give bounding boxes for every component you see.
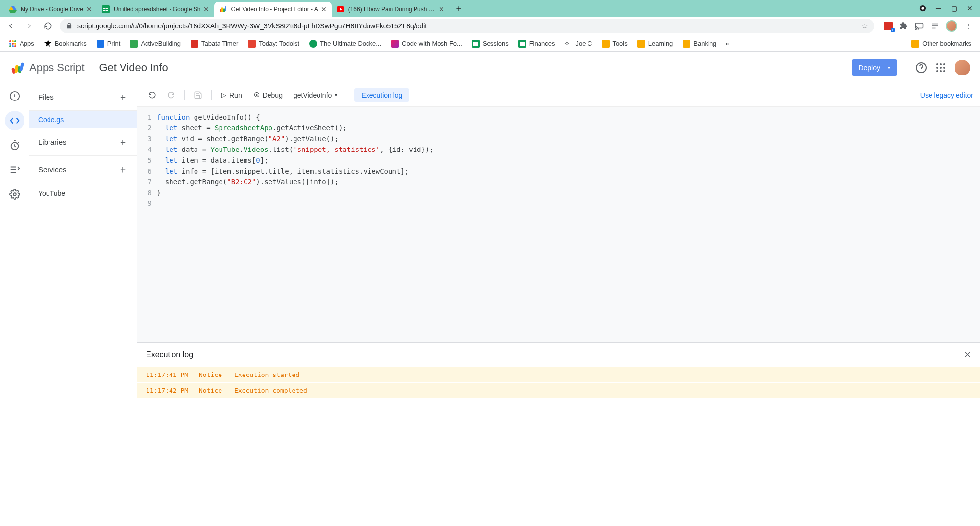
svg-point-18 [14, 43, 16, 45]
bookmark-apps[interactable]: Apps [5, 38, 38, 50]
help-icon[interactable] [915, 62, 927, 74]
log-time: 11:17:42 PM [146, 387, 190, 394]
svg-point-19 [9, 45, 11, 47]
rail-executions-icon[interactable] [9, 164, 21, 175]
rail-triggers-icon[interactable] [9, 139, 21, 151]
add-library-button[interactable]: ＋ [118, 135, 128, 149]
svg-point-39 [943, 70, 945, 72]
sheets-icon [518, 40, 526, 48]
files-panel: Files ＋ Code.gs Libraries ＋ Services ＋ Y… [29, 83, 137, 526]
star-icon[interactable]: ☆ [862, 22, 868, 30]
chrome-menu-icon[interactable]: ⋮ [963, 21, 973, 31]
bookmark-item[interactable]: Sessions [468, 38, 513, 50]
extension-icon-1[interactable]: 1 [884, 22, 893, 30]
other-bookmarks[interactable]: Other bookmarks [907, 38, 975, 50]
execution-log-title: Execution log [146, 351, 193, 359]
bookmark-label: Bookmarks [55, 40, 87, 47]
bookmark-item[interactable]: Finances [514, 38, 559, 50]
back-button[interactable] [4, 19, 18, 33]
bookmark-item[interactable]: Tools [598, 38, 631, 50]
rail-editor-icon[interactable] [9, 115, 21, 126]
log-time: 11:17:41 PM [146, 371, 190, 378]
tab-close-button[interactable]: ✕ [86, 5, 92, 13]
bookmark-label: Finances [529, 40, 555, 47]
rail-overview-icon[interactable] [9, 90, 21, 102]
log-level: Notice [199, 371, 225, 378]
line-gutter: 123456789 [137, 112, 157, 337]
tab-favicon [337, 5, 344, 13]
minimize-button[interactable]: ─ [935, 5, 942, 12]
reading-list-icon[interactable] [930, 21, 940, 31]
service-item-youtube[interactable]: YouTube [29, 183, 137, 203]
code-editor[interactable]: 123456789 function getVideoInfo() { let … [137, 107, 980, 342]
extensions-icon[interactable] [899, 21, 908, 31]
tab-title: (166) Elbow Pain During Push Up [348, 6, 436, 13]
account-avatar[interactable] [955, 60, 970, 75]
browser-tab[interactable]: Get Video Info - Project Editor - A✕ [214, 2, 331, 17]
bookmark-item[interactable]: Bookmarks [40, 38, 91, 50]
folder-icon [637, 40, 645, 48]
bookmark-item[interactable]: Print [93, 38, 124, 50]
svg-point-37 [936, 70, 938, 72]
star-icon [44, 40, 52, 48]
add-file-button[interactable]: ＋ [118, 90, 128, 103]
bookmark-label: Print [107, 40, 121, 47]
profile-avatar-small[interactable] [946, 20, 957, 32]
save-button[interactable] [190, 87, 206, 103]
rail-settings-icon[interactable] [9, 188, 21, 200]
deploy-button[interactable]: Deploy [852, 59, 897, 76]
bookmark-label: The Ultimate Docke... [320, 40, 381, 47]
svg-point-14 [12, 40, 14, 42]
bookmark-item[interactable]: Tabata Timer [187, 38, 242, 50]
redo-button[interactable] [163, 87, 179, 103]
svg-point-42 [13, 193, 16, 196]
svg-rect-11 [916, 23, 923, 28]
code-content[interactable]: function getVideoInfo() { let sheet = Sp… [157, 112, 980, 337]
add-service-button[interactable]: ＋ [118, 163, 128, 176]
execution-log-button[interactable]: Execution log [354, 88, 409, 102]
maximize-button[interactable]: ▢ [951, 5, 957, 12]
run-button[interactable]: Run [217, 88, 247, 102]
svg-point-10 [921, 7, 924, 9]
bookmark-item[interactable]: The Ultimate Docke... [305, 38, 385, 50]
toolbar-extensions: 1 ⋮ [879, 20, 976, 32]
url-text: script.google.com/u/0/home/projects/18dX… [77, 22, 427, 30]
close-window-button[interactable]: ✕ [966, 5, 973, 12]
chrome-account-icon[interactable] [919, 5, 926, 12]
bookmark-overflow[interactable]: » [722, 40, 732, 47]
tab-favicon [9, 5, 17, 13]
project-name[interactable]: Get Video Info [99, 61, 168, 74]
new-tab-button[interactable]: ＋ [449, 2, 468, 14]
tab-close-button[interactable]: ✕ [439, 5, 444, 13]
browser-tab[interactable]: (166) Elbow Pain During Push Up✕ [332, 2, 449, 17]
bookmark-item[interactable]: Banking [679, 38, 720, 50]
bookmark-favicon [191, 40, 198, 48]
svg-point-12 [916, 29, 917, 30]
undo-button[interactable] [144, 87, 161, 103]
browser-tab[interactable]: Untitled spreadsheet - Google Sh✕ [97, 2, 214, 17]
bookmark-item[interactable]: ActiveBuilding [126, 38, 185, 50]
bookmark-item[interactable]: Today: Todoist [244, 38, 303, 50]
bookmark-label: Banking [693, 40, 716, 47]
reload-button[interactable] [41, 19, 55, 33]
function-selector[interactable]: getVideoInfo ▾ [290, 88, 341, 102]
cast-icon[interactable] [914, 21, 924, 31]
bookmark-item[interactable]: Code with Mosh Fo... [387, 38, 466, 50]
file-item-code-gs[interactable]: Code.gs [29, 111, 137, 128]
tab-close-button[interactable]: ✕ [321, 5, 327, 13]
bookmark-item[interactable]: Learning [634, 38, 677, 50]
tab-favicon [219, 5, 227, 13]
forward-button[interactable] [23, 19, 36, 33]
bookmark-favicon: ✧ [564, 40, 572, 48]
google-apps-icon[interactable] [936, 63, 946, 73]
legacy-editor-link[interactable]: Use legacy editor [920, 91, 973, 99]
close-execution-log-button[interactable]: ✕ [964, 350, 971, 360]
browser-tab[interactable]: My Drive - Google Drive✕ [4, 2, 97, 17]
address-bar[interactable]: script.google.com/u/0/home/projects/18dX… [60, 19, 874, 33]
bookmark-label: Learning [648, 40, 673, 47]
files-label: Files [38, 93, 54, 101]
tab-close-button[interactable]: ✕ [203, 5, 209, 13]
svg-point-36 [943, 67, 945, 69]
bookmark-item[interactable]: ✧Joe C [561, 38, 596, 50]
debug-button[interactable]: Debug [249, 88, 288, 102]
